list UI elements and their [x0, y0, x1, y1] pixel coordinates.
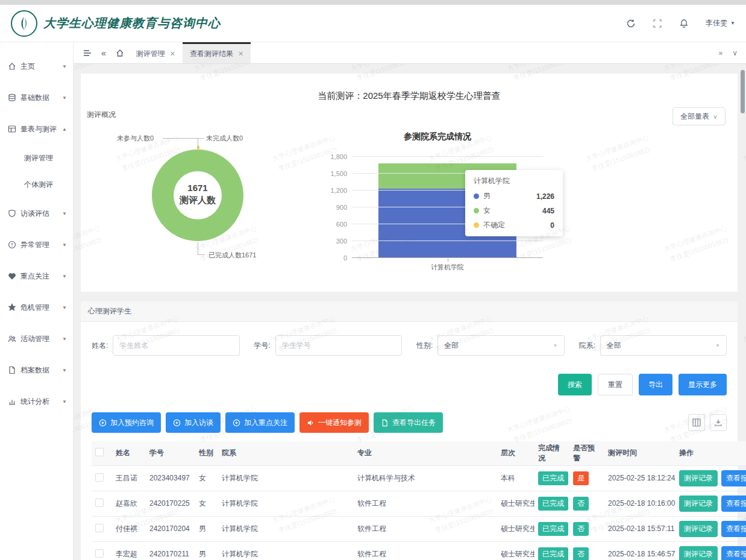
assessment-record-button[interactable]: 测评记录	[679, 470, 718, 486]
chevron-down-icon: ▼	[62, 368, 67, 373]
cell-assessment-time: 2025-02-18 15:57:11	[604, 516, 675, 541]
cell-level: 本科	[497, 465, 534, 491]
search-button[interactable]: 搜索	[558, 374, 592, 395]
cell-major: 软件工程	[354, 491, 497, 516]
chevron-down-icon: ▼	[62, 399, 67, 404]
tabbar: « 测评管理 ✕ 查看测评结果 ✕ » ∨	[74, 42, 746, 64]
sidebar-item-crisis-management[interactable]: 危机管理▼	[0, 292, 73, 323]
logo-leaf-icon	[16, 15, 33, 32]
sidebar-item-home[interactable]: 主页▼	[0, 51, 73, 82]
chevron-down-icon: ▼	[62, 242, 67, 248]
sidebar-item-abnormal-management[interactable]: 异常管理▼	[0, 229, 73, 260]
bell-icon[interactable]	[679, 19, 689, 28]
vertical-scrollbar[interactable]: ▼	[739, 64, 746, 560]
sidebar-item-label: 量表与测评	[20, 124, 57, 134]
scrollbar-thumb[interactable]	[741, 70, 745, 113]
scroll-down-icon[interactable]: ▼	[739, 553, 745, 559]
gridline	[352, 257, 543, 258]
reset-button[interactable]: 重置	[598, 374, 633, 395]
tab-options-icon[interactable]: ∨	[732, 49, 738, 57]
scroll-tabs-right-icon[interactable]: »	[719, 49, 723, 57]
current-assessment-label: 当前测评：2025年春季学期返校学生心理普查	[81, 90, 738, 102]
bar-chart-title: 参测院系完成情况	[323, 131, 552, 142]
donut-callout-not-participated: 未参与人数0	[117, 134, 154, 143]
chevron-down-icon: ▼	[62, 336, 67, 342]
chevron-down-icon: ▼	[62, 305, 67, 310]
assessment-record-button[interactable]: 测评记录	[679, 546, 718, 560]
circle-plus-icon	[173, 419, 181, 427]
user-name: 李佳雯	[706, 18, 727, 28]
chevron-down-icon: ▼	[715, 343, 720, 348]
row-checkbox[interactable]	[95, 473, 104, 482]
add-key-focus-button[interactable]: 加入重点关注	[225, 412, 295, 433]
select-all-checkbox[interactable]	[95, 448, 104, 456]
sidebar-subitem-assessment-management[interactable]: 测评管理	[0, 145, 73, 171]
cell-level: 硕士研究生	[497, 516, 534, 541]
sidebar-item-archive-data[interactable]: 档案数据▼	[0, 354, 73, 386]
assessment-record-button[interactable]: 测评记录	[679, 521, 718, 537]
gender-filter-label: 性别:	[416, 341, 433, 351]
fullscreen-icon[interactable]	[653, 19, 662, 28]
tab-label: 测评管理	[136, 49, 165, 59]
sidebar-item-scales-assessment[interactable]: 量表与测评▲	[0, 113, 73, 145]
download-icon[interactable]	[710, 414, 727, 431]
bar-chart: 参测院系完成情况 计算机学院 03006009001,2001,5001,800…	[323, 127, 552, 283]
tab-assessment-management[interactable]: 测评管理 ✕	[129, 42, 183, 63]
tab-label: 查看测评结果	[190, 49, 233, 59]
sidebar-item-statistics-analysis[interactable]: 统计分析▼	[0, 386, 73, 417]
refresh-icon[interactable]	[626, 19, 636, 28]
student-id-filter-input[interactable]	[275, 335, 402, 356]
column-header: 是否预警	[569, 441, 604, 465]
sidebar-item-interview-evaluation[interactable]: 访谈评估▼	[0, 198, 73, 229]
add-interview-button[interactable]: 加入访谈	[166, 412, 221, 433]
column-settings-icon[interactable]	[688, 414, 705, 431]
cell-department: 计算机学院	[218, 465, 354, 491]
donut-total-label: 测评人数	[152, 194, 243, 206]
notify-all-participants-button[interactable]: 一键通知参测	[299, 412, 369, 433]
home-tab-icon[interactable]	[111, 42, 129, 63]
user-menu[interactable]: 李佳雯 ▼	[706, 18, 735, 28]
warning-badge: 否	[573, 522, 589, 536]
tooltip-series-name: 不确定	[483, 220, 505, 230]
cell-department: 计算机学院	[218, 516, 354, 541]
sidebar-item-key-focus[interactable]: 重点关注▼	[0, 260, 73, 292]
add-appointment-counseling-button[interactable]: 加入预约咨询	[92, 412, 161, 433]
center-logo	[11, 10, 37, 37]
table-row: 付佳祺2420170204男计算机学院软件工程硕士研究生已完成否2025-02-…	[92, 516, 746, 541]
department-filter-select[interactable]: 全部 ▼	[600, 335, 727, 356]
row-checkbox[interactable]	[95, 499, 104, 507]
row-checkbox[interactable]	[95, 549, 104, 558]
scales-assessment-icon	[8, 125, 16, 133]
sidebar-item-label: 访谈评估	[20, 209, 49, 219]
chevron-down-icon: ▼	[553, 343, 558, 348]
key-focus-icon	[8, 272, 16, 280]
view-export-tasks-button[interactable]: 查看导出任务	[374, 412, 443, 433]
table-row: 赵嘉欣2420170225女计算机学院软件工程硕士研究生已完成否2025-02-…	[92, 491, 746, 516]
column-header: 测评时间	[604, 441, 675, 465]
column-header: 完成情况	[534, 441, 569, 465]
show-more-button[interactable]: 显示更多	[679, 374, 727, 395]
sidebar-item-activity-management[interactable]: 活动管理▼	[0, 323, 73, 354]
tab-view-assessment-results[interactable]: 查看测评结果 ✕	[183, 42, 251, 63]
close-icon[interactable]: ✕	[170, 50, 175, 58]
sidebar-item-basic-data[interactable]: 基础数据▼	[0, 82, 73, 113]
menu-toggle-icon[interactable]	[78, 42, 96, 63]
export-button[interactable]: 导出	[639, 374, 672, 395]
status-badge: 已完成	[538, 497, 568, 511]
activity-management-icon	[8, 335, 16, 343]
column-header: 学号	[146, 441, 195, 465]
cell-student-id: 2023403497	[146, 465, 195, 491]
sidebar-item-label: 重点关注	[20, 271, 49, 282]
gender-filter-select[interactable]: 全部 ▼	[437, 335, 564, 356]
sidebar-subitem-individual-assessment[interactable]: 个体测评	[0, 171, 73, 198]
sidebar-menu: 主页▼基础数据▼量表与测评▲测评管理个体测评访谈评估▼异常管理▼重点关注▼危机管…	[0, 42, 74, 560]
name-filter-input[interactable]	[113, 335, 239, 356]
row-checkbox[interactable]	[95, 524, 104, 532]
scale-filter-dropdown[interactable]: 全部量表 ∨	[672, 107, 726, 125]
close-icon[interactable]: ✕	[238, 50, 243, 58]
students-table: 姓名学号性别院系专业层次完成情况是否预警测评时间操作 王昌诺2023403497…	[92, 441, 746, 560]
chevron-down-icon: ▼	[62, 64, 67, 69]
legend-dot-icon	[474, 208, 479, 213]
assessment-record-button[interactable]: 测评记录	[679, 496, 718, 512]
collapse-tabs-icon[interactable]: «	[96, 42, 111, 63]
